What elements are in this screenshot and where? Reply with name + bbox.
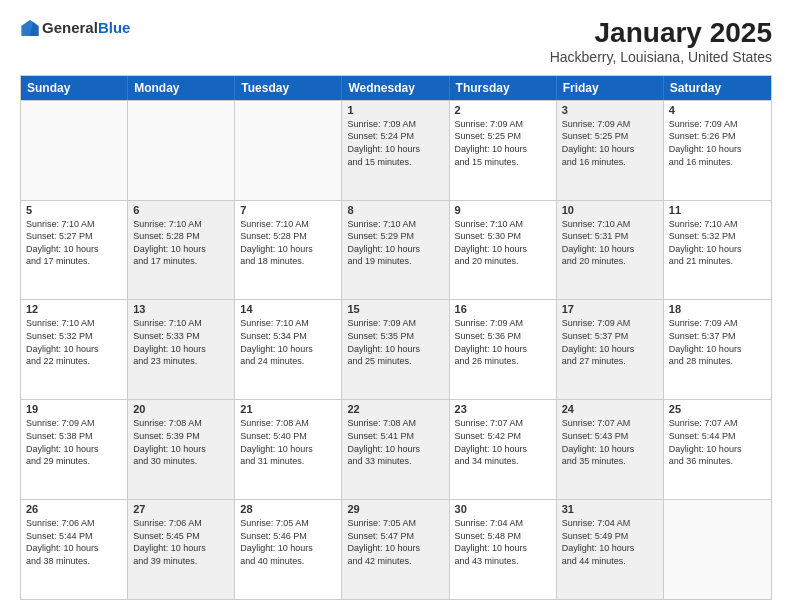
calendar-cell: 22Sunrise: 7:08 AMSunset: 5:41 PMDayligh…: [342, 400, 449, 499]
cell-line: and 17 minutes.: [26, 255, 122, 268]
calendar-cell: [235, 101, 342, 200]
day-number: 19: [26, 403, 122, 415]
calendar-cell: 17Sunrise: 7:09 AMSunset: 5:37 PMDayligh…: [557, 300, 664, 399]
cell-line: and 15 minutes.: [347, 156, 443, 169]
cell-line: Daylight: 10 hours: [562, 143, 658, 156]
cell-line: Sunrise: 7:09 AM: [347, 118, 443, 131]
cell-line: Sunset: 5:48 PM: [455, 530, 551, 543]
cell-line: Sunrise: 7:05 AM: [240, 517, 336, 530]
logo-general: General: [42, 19, 98, 36]
day-number: 26: [26, 503, 122, 515]
cell-line: Sunrise: 7:07 AM: [455, 417, 551, 430]
cell-line: and 20 minutes.: [455, 255, 551, 268]
day-number: 21: [240, 403, 336, 415]
cell-line: Sunrise: 7:09 AM: [347, 317, 443, 330]
cell-line: Sunset: 5:37 PM: [669, 330, 766, 343]
cell-line: and 20 minutes.: [562, 255, 658, 268]
calendar-cell: 24Sunrise: 7:07 AMSunset: 5:43 PMDayligh…: [557, 400, 664, 499]
day-number: 13: [133, 303, 229, 315]
cell-line: Sunrise: 7:09 AM: [562, 118, 658, 131]
cell-line: Sunrise: 7:07 AM: [669, 417, 766, 430]
cell-line: Sunrise: 7:10 AM: [240, 218, 336, 231]
cell-line: Sunset: 5:41 PM: [347, 430, 443, 443]
cell-line: and 17 minutes.: [133, 255, 229, 268]
cell-line: Daylight: 10 hours: [133, 443, 229, 456]
cell-line: Sunrise: 7:05 AM: [347, 517, 443, 530]
calendar-subtitle: Hackberry, Louisiana, United States: [550, 49, 772, 65]
cell-line: and 19 minutes.: [347, 255, 443, 268]
cell-line: and 34 minutes.: [455, 455, 551, 468]
cell-line: Sunset: 5:42 PM: [455, 430, 551, 443]
calendar-cell: 3Sunrise: 7:09 AMSunset: 5:25 PMDaylight…: [557, 101, 664, 200]
day-number: 14: [240, 303, 336, 315]
day-number: 8: [347, 204, 443, 216]
day-number: 11: [669, 204, 766, 216]
day-number: 28: [240, 503, 336, 515]
day-number: 25: [669, 403, 766, 415]
calendar-row: 19Sunrise: 7:09 AMSunset: 5:38 PMDayligh…: [21, 399, 771, 499]
cell-line: Daylight: 10 hours: [455, 343, 551, 356]
calendar-cell: 18Sunrise: 7:09 AMSunset: 5:37 PMDayligh…: [664, 300, 771, 399]
cell-line: Sunrise: 7:10 AM: [347, 218, 443, 231]
calendar-cell: [128, 101, 235, 200]
weekday-header: Wednesday: [342, 76, 449, 100]
cell-line: Sunset: 5:26 PM: [669, 130, 766, 143]
page: GeneralBlue January 2025 Hackberry, Loui…: [0, 0, 792, 612]
cell-line: and 30 minutes.: [133, 455, 229, 468]
calendar-body: 1Sunrise: 7:09 AMSunset: 5:24 PMDaylight…: [21, 100, 771, 599]
cell-line: Sunset: 5:36 PM: [455, 330, 551, 343]
cell-line: Sunset: 5:28 PM: [240, 230, 336, 243]
calendar-cell: 11Sunrise: 7:10 AMSunset: 5:32 PMDayligh…: [664, 201, 771, 300]
cell-line: Sunset: 5:47 PM: [347, 530, 443, 543]
day-number: 6: [133, 204, 229, 216]
cell-line: Daylight: 10 hours: [669, 343, 766, 356]
cell-line: Daylight: 10 hours: [347, 243, 443, 256]
logo-icon: [20, 18, 40, 38]
cell-line: Sunset: 5:39 PM: [133, 430, 229, 443]
cell-line: Sunrise: 7:09 AM: [455, 317, 551, 330]
cell-line: Sunrise: 7:10 AM: [562, 218, 658, 231]
cell-line: and 40 minutes.: [240, 555, 336, 568]
cell-line: and 25 minutes.: [347, 355, 443, 368]
calendar-cell: 31Sunrise: 7:04 AMSunset: 5:49 PMDayligh…: [557, 500, 664, 599]
cell-line: Daylight: 10 hours: [347, 343, 443, 356]
cell-line: Daylight: 10 hours: [455, 243, 551, 256]
day-number: 16: [455, 303, 551, 315]
cell-line: Sunset: 5:49 PM: [562, 530, 658, 543]
day-number: 20: [133, 403, 229, 415]
cell-line: Sunset: 5:25 PM: [455, 130, 551, 143]
calendar-cell: 8Sunrise: 7:10 AMSunset: 5:29 PMDaylight…: [342, 201, 449, 300]
cell-line: Sunrise: 7:06 AM: [26, 517, 122, 530]
calendar-title: January 2025: [550, 18, 772, 49]
day-number: 7: [240, 204, 336, 216]
cell-line: Daylight: 10 hours: [240, 443, 336, 456]
calendar-cell: 5Sunrise: 7:10 AMSunset: 5:27 PMDaylight…: [21, 201, 128, 300]
cell-line: Daylight: 10 hours: [26, 343, 122, 356]
cell-line: and 18 minutes.: [240, 255, 336, 268]
cell-line: Daylight: 10 hours: [455, 542, 551, 555]
day-number: 23: [455, 403, 551, 415]
calendar-cell: 10Sunrise: 7:10 AMSunset: 5:31 PMDayligh…: [557, 201, 664, 300]
calendar-cell: 19Sunrise: 7:09 AMSunset: 5:38 PMDayligh…: [21, 400, 128, 499]
cell-line: Sunrise: 7:04 AM: [455, 517, 551, 530]
cell-line: Daylight: 10 hours: [347, 143, 443, 156]
day-number: 30: [455, 503, 551, 515]
cell-line: Sunrise: 7:09 AM: [669, 317, 766, 330]
day-number: 15: [347, 303, 443, 315]
calendar-cell: 6Sunrise: 7:10 AMSunset: 5:28 PMDaylight…: [128, 201, 235, 300]
cell-line: Sunrise: 7:10 AM: [455, 218, 551, 231]
cell-line: and 29 minutes.: [26, 455, 122, 468]
cell-line: Daylight: 10 hours: [669, 143, 766, 156]
calendar-cell: 9Sunrise: 7:10 AMSunset: 5:30 PMDaylight…: [450, 201, 557, 300]
cell-line: Daylight: 10 hours: [26, 542, 122, 555]
cell-line: Sunset: 5:37 PM: [562, 330, 658, 343]
day-number: 17: [562, 303, 658, 315]
weekday-header: Friday: [557, 76, 664, 100]
calendar-cell: 16Sunrise: 7:09 AMSunset: 5:36 PMDayligh…: [450, 300, 557, 399]
cell-line: Sunset: 5:34 PM: [240, 330, 336, 343]
cell-line: Sunrise: 7:09 AM: [562, 317, 658, 330]
calendar-header: SundayMondayTuesdayWednesdayThursdayFrid…: [21, 76, 771, 100]
calendar-row: 12Sunrise: 7:10 AMSunset: 5:32 PMDayligh…: [21, 299, 771, 399]
calendar-row: 5Sunrise: 7:10 AMSunset: 5:27 PMDaylight…: [21, 200, 771, 300]
cell-line: Sunset: 5:40 PM: [240, 430, 336, 443]
